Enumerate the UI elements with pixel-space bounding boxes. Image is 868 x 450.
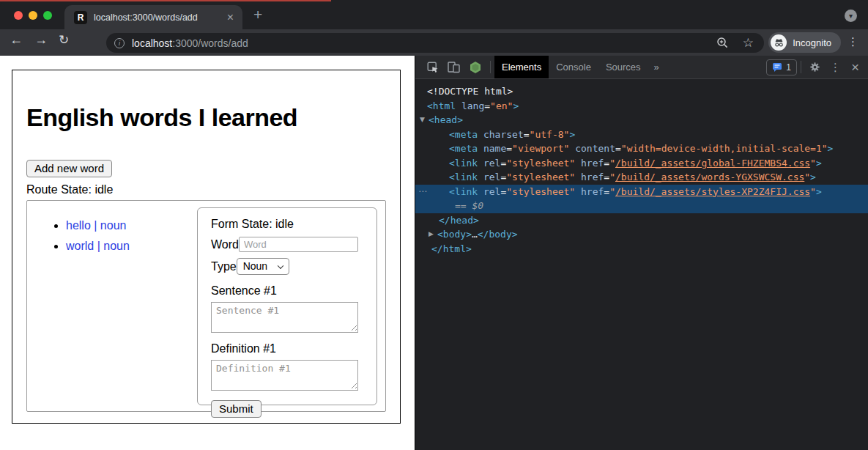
word-input[interactable] — [239, 237, 358, 252]
devtools-close-icon[interactable]: × — [846, 56, 862, 78]
code-token: </head> — [439, 215, 479, 226]
url-path: :3000/words/add — [172, 37, 248, 49]
code-token — [575, 171, 581, 182]
dom-tree-node[interactable]: <link rel="stylesheet" href="/build/_ass… — [415, 156, 868, 171]
node-actions-dots-icon[interactable]: ⋯ — [418, 185, 428, 199]
tab-search-button[interactable]: ▾ — [845, 10, 857, 22]
new-tab-button[interactable]: + — [253, 7, 262, 22]
fullscreen-window-button[interactable] — [43, 11, 52, 20]
code-token: <meta — [449, 129, 478, 140]
browser-tab[interactable]: R localhost:3000/words/add × — [64, 5, 242, 29]
dom-tree-node[interactable]: ▶<body>…</body> — [415, 227, 868, 242]
code-token: /build/_assets/global-FHZEMBS4.css — [615, 158, 810, 169]
dom-tree-node[interactable]: <meta charset="utf-8"> — [415, 128, 868, 142]
type-select[interactable]: Noun — [237, 258, 289, 275]
code-token: lang — [461, 100, 484, 111]
code-token: <!DOCTYPE html> — [427, 86, 513, 97]
submit-button[interactable]: Submit — [211, 400, 261, 418]
devtools-panel: Elements Console Sources » 1 — [415, 56, 868, 450]
address-bar[interactable]: i localhost:3000/words/add ☆ — [106, 33, 764, 53]
code-token: == $0 — [455, 200, 483, 211]
incognito-glyph — [774, 37, 784, 48]
code-token: </body> — [478, 229, 518, 240]
words-panel: hello | noun world | noun Form State: id… — [26, 200, 386, 412]
dom-tree-node[interactable]: <!DOCTYPE html> — [415, 84, 868, 99]
code-token: > — [569, 129, 575, 140]
tab-elements[interactable]: Elements — [494, 56, 549, 78]
more-tabs-button[interactable]: » — [648, 56, 665, 78]
code-token — [575, 186, 581, 197]
word-link[interactable]: world | noun — [66, 240, 130, 252]
code-token: "stylesheet" — [506, 171, 575, 182]
web-page: English words I learned Add new word Rou… — [0, 56, 415, 450]
close-window-button[interactable] — [14, 11, 23, 20]
sentence-textarea[interactable] — [211, 302, 358, 333]
dom-tree-node[interactable]: </html> — [415, 242, 868, 257]
device-toolbar-button[interactable] — [443, 56, 464, 78]
definition-textarea[interactable] — [211, 360, 358, 391]
dom-tree-node[interactable]: <link rel="stylesheet" href="/build/_ass… — [415, 170, 868, 185]
code-token — [478, 186, 483, 197]
devtools-menu-icon[interactable]: ⋮ — [825, 56, 846, 78]
dom-tree-node[interactable]: <meta name="viewport" content="width=dev… — [415, 141, 868, 156]
code-token: <meta — [449, 143, 478, 154]
remix-favicon-icon: R — [74, 11, 87, 24]
tab-close-icon[interactable]: × — [224, 12, 237, 23]
code-token: rel — [483, 186, 500, 197]
add-new-word-button[interactable]: Add new word — [26, 160, 112, 177]
reload-button[interactable]: ↻ — [59, 34, 69, 46]
code-token: <body> — [437, 229, 472, 240]
back-button[interactable]: ← — [10, 33, 23, 46]
code-token — [478, 129, 483, 140]
form-state-text: Form State: idle — [211, 218, 358, 231]
gear-icon — [809, 62, 820, 73]
code-token: = — [524, 129, 530, 140]
code-token: <link — [449, 171, 478, 182]
word-link[interactable]: hello | noun — [66, 219, 126, 232]
code-token: = — [604, 171, 609, 182]
browser-menu-icon[interactable]: ⋮ — [847, 35, 858, 48]
chevron-down-icon: ▾ — [849, 12, 853, 20]
code-token: " — [609, 158, 615, 169]
code-token: = — [604, 158, 609, 169]
code-token: … — [472, 229, 478, 240]
minimize-window-button[interactable] — [29, 11, 37, 20]
forward-button[interactable]: → — [34, 33, 48, 46]
dom-tree-node[interactable]: <html lang="en"> — [415, 99, 868, 114]
bookmark-star-icon[interactable]: ☆ — [743, 37, 754, 49]
issues-counter[interactable]: 1 — [766, 59, 797, 75]
dom-tree-node[interactable]: </head> — [415, 213, 868, 228]
dom-tree-node[interactable]: == $0 — [415, 199, 868, 213]
code-token: "stylesheet" — [506, 158, 575, 169]
zoom-icon[interactable] — [716, 37, 729, 49]
browser-window: { "colors": { "chrome_dark_bg": "#202124… — [0, 0, 868, 450]
code-token: > — [828, 143, 834, 154]
tab-title: localhost:3000/words/add — [94, 12, 224, 23]
window-top-edge — [0, 0, 331, 1]
tab-sources[interactable]: Sources — [598, 56, 648, 78]
device-toolbar-icon — [448, 61, 460, 73]
code-token — [456, 100, 461, 111]
dom-tree-node[interactable]: ▼<head> — [415, 113, 868, 128]
expander-open-icon[interactable]: ▼ — [420, 113, 425, 128]
expander-closed-icon[interactable]: ▶ — [429, 227, 434, 242]
code-token: > — [513, 100, 519, 111]
incognito-icon — [771, 34, 787, 51]
code-token: href — [581, 158, 604, 169]
code-token: "en" — [490, 100, 513, 111]
code-token — [575, 158, 581, 169]
site-info-icon[interactable]: i — [114, 38, 125, 48]
inspect-element-button[interactable] — [423, 56, 443, 78]
browser-titlebar: R localhost:3000/words/add × + ▾ — [0, 0, 868, 29]
url-text[interactable]: localhost:3000/words/add — [132, 37, 248, 49]
dom-tree-node[interactable]: ⋯<link rel="stylesheet" href="/build/_as… — [415, 185, 868, 199]
code-token: " — [804, 171, 810, 182]
code-token: > — [816, 158, 822, 169]
devtools-settings-button[interactable] — [805, 56, 825, 78]
code-token — [478, 158, 483, 169]
tab-console[interactable]: Console — [549, 56, 598, 78]
sentence-label: Sentence #1 — [211, 284, 358, 298]
code-token: = — [506, 143, 512, 154]
extension-button[interactable] — [464, 56, 486, 78]
code-token: /build/_assets/styles-XP2Z4FIJ.css — [615, 186, 810, 197]
